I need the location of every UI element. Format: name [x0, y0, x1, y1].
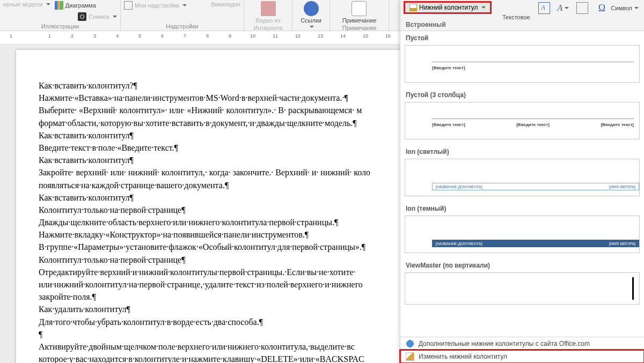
footer-button-label: Нижний колонтитул	[419, 4, 478, 11]
doc-line[interactable]: или·нижний·колонтитул·на·первой·странице…	[39, 278, 380, 291]
date-icon[interactable]	[576, 2, 588, 14]
chevron-down-icon	[565, 7, 569, 11]
models-button[interactable]: ерные модели	[3, 1, 50, 8]
my-addins-button[interactable]: Мои надстройки	[124, 1, 187, 10]
doc-line[interactable]: Как·вставить·колонтитул?¶	[39, 79, 380, 92]
group-label-illustrations: Иллюстрации	[3, 22, 117, 29]
preview-doc-title: [НАЗВАНИЕ ДОКУМЕНТА]	[436, 185, 482, 189]
gallery-section-empty: Пустой	[400, 31, 644, 44]
chevron-down-icon	[46, 3, 50, 8]
chevron-down-icon	[113, 16, 117, 20]
group-label-addins: Надстройки	[124, 22, 240, 29]
page[interactable]: Как·вставить·колонтитул?¶ Нажмите·«Встав…	[16, 50, 400, 363]
edit-footer-button[interactable]: Изменить нижний колонтитул	[400, 350, 644, 363]
links-button[interactable]: Ссылки	[298, 1, 325, 29]
footer-gallery-panel: Нижний колонтитул A ΩСимвол Текстовое Вс…	[400, 0, 644, 363]
addin-icon	[124, 1, 133, 10]
internet-video-button[interactable]: Видео из Интернета	[252, 1, 285, 31]
doc-line[interactable]: ¶	[39, 328, 380, 340]
gallery-header: Нижний колонтитул A ΩСимвол Текстовое Вс…	[400, 0, 644, 31]
gallery-section-ion-light: Ion (светлый)	[400, 145, 644, 158]
more-footers-button[interactable]: Дополнительные нижние колонтитулы с сайт…	[400, 337, 644, 350]
doc-line[interactable]: Введите·текст·в·поле·«Введите·текст.¶	[39, 142, 380, 154]
doc-line[interactable]: Закройте· верхний· или· нижний· колонтит…	[39, 166, 380, 179]
document-area[interactable]: Как·вставить·колонтитул?¶ Нажмите·«Встав…	[0, 45, 400, 363]
doc-line[interactable]: появляться·на·каждой·странице·вашего·док…	[39, 179, 380, 191]
comment-icon	[352, 1, 367, 16]
doc-line[interactable]: которое·у·вас·находится·в·колонтитуле·и·…	[39, 353, 380, 363]
preview-author: [ИМЯ АВТОРА]	[609, 185, 635, 189]
ribbon-group-illustrations: ерные модели Диаграмма Снимок Иллюстраци…	[0, 0, 121, 31]
gallery-section-empty3: Пустой (3 столбца)	[400, 88, 644, 101]
ribbon-group-multimedia: Видео из Интернета Мультимедиа	[244, 0, 292, 31]
chart-icon	[55, 1, 63, 10]
textbox-label: Текстовое	[502, 14, 530, 20]
chevron-down-icon	[182, 4, 187, 9]
preview-author: [ИМЯ АВТОРА]	[609, 242, 635, 246]
gallery-item-viewmaster[interactable]	[405, 272, 640, 305]
footer-more-label: Дополнительные нижние колонтитулы с сайт…	[419, 340, 590, 347]
doc-line[interactable]: Как·вставить·колонтитул¶	[39, 129, 380, 142]
doc-line[interactable]: Дважды·щелкните·область·верхнего·или·ниж…	[39, 216, 380, 228]
doc-line[interactable]: формат·области,·которую·вы·хотите·встави…	[39, 117, 380, 129]
camera-icon	[78, 12, 86, 21]
gallery-section-viewmaster: ViewMaster (по вертикали)	[400, 258, 644, 271]
gallery-item-ion-light[interactable]: [НАЗВАНИЕ ДОКУМЕНТА] [ИМЯ АВТОРА]	[405, 159, 640, 196]
comment-button[interactable]: Примечание	[340, 1, 379, 24]
chevron-down-icon	[310, 26, 314, 30]
preview-doc-title: [НАЗВАНИЕ ДОКУМЕНТА]	[436, 242, 482, 246]
wikipedia-button[interactable]: Википедия	[211, 1, 240, 8]
link-icon	[304, 1, 319, 16]
ribbon-group-links: Ссылки	[292, 0, 330, 31]
ribbon-group-addins: Мои надстройки Википедия Надстройки	[121, 0, 244, 31]
doc-line[interactable]: Как·удалить·колонтитул¶	[39, 303, 380, 315]
viewmaster-bar-icon	[632, 277, 634, 300]
preview-placeholder: [Введите текст]	[432, 122, 465, 127]
symbol-icon[interactable]: Ω	[596, 2, 608, 14]
doc-line[interactable]: В·группе·«Параметры»·установите·флажок·«…	[39, 241, 380, 253]
doc-line[interactable]: Для·того·чтобы·убрать·колонтитул·в·ворде…	[39, 316, 380, 328]
doc-line[interactable]: Как·вставить·колонтитул¶	[39, 191, 380, 204]
chart-button[interactable]: Диаграмма	[55, 1, 96, 10]
preview-placeholder: [Введите текст]	[432, 65, 465, 70]
globe-icon	[406, 339, 414, 348]
edit-icon	[406, 352, 414, 361]
doc-line[interactable]: Активируйте·двойным·щелчком·поле·верхнег…	[39, 340, 380, 353]
dropcap-icon[interactable]: A	[558, 3, 563, 13]
gallery-item-empty3[interactable]: [Введите текст] [Введите текст] [Введите…	[405, 102, 640, 139]
gallery-section-ion-dark: Ion (темный)	[400, 202, 644, 214]
doc-line[interactable]: Колонтитул·только·на·первой·странице¶	[39, 204, 380, 216]
preview-placeholder: [Введите текст]	[516, 122, 550, 127]
chevron-down-icon	[481, 6, 486, 11]
doc-line[interactable]: Выберите· «Верхний· колонтитул»· или· «Н…	[39, 104, 380, 116]
chevron-down-icon	[634, 7, 639, 11]
gallery-item-empty[interactable]: [Введите текст]	[405, 45, 640, 83]
gallery-footer: Дополнительные нижние колонтитулы с сайт…	[400, 337, 644, 363]
gallery-scroll[interactable]: Пустой [Введите текст] Пустой (3 столбца…	[400, 31, 644, 337]
doc-line[interactable]: Отредактируйте·верхний·и·нижний·колонтит…	[39, 266, 380, 278]
screenshot-button[interactable]: Снимок	[78, 12, 117, 21]
textbox-icon[interactable]	[538, 2, 550, 14]
doc-line[interactable]: Нажмите·вкладку·«Конструктор»·на·появивш…	[39, 228, 380, 241]
preview-placeholder: [Введите текст]	[601, 122, 634, 127]
right-ribbon-icons: A ΩСимвол	[538, 2, 639, 14]
footer-edit-label: Изменить нижний колонтитул	[419, 353, 507, 360]
footer-dropdown-button[interactable]: Нижний колонтитул	[405, 2, 491, 13]
gallery-item-ion-dark[interactable]: [НАЗВАНИЕ ДОКУМЕНТА] [ИМЯ АВТОРА]	[405, 216, 640, 253]
group-label-comments: Примечания	[333, 24, 385, 31]
video-icon	[261, 1, 276, 16]
doc-line[interactable]: Колонтитул·только·на·первой·странице¶	[39, 254, 380, 266]
ribbon-group-comments: Примечание Примечания	[330, 0, 389, 31]
footer-icon	[409, 4, 417, 11]
doc-line[interactable]: Нажмите·«Вставка»·на·панели·инструментов…	[39, 92, 380, 104]
doc-line[interactable]: Как·вставить·колонтитул¶	[39, 154, 380, 166]
builtin-header: Встроенный	[406, 21, 446, 28]
doc-line[interactable]: закройте·поля.¶	[39, 291, 380, 303]
